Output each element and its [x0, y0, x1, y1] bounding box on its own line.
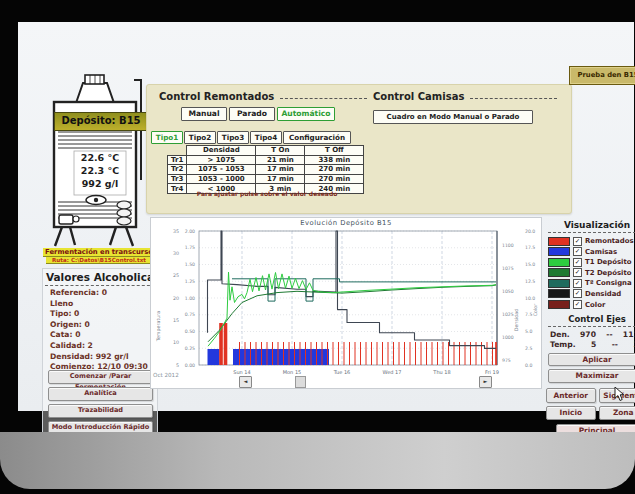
row-label: Tr3: [168, 174, 187, 184]
chart-footer-date: Oct 2012: [153, 372, 179, 378]
tab-tipo2[interactable]: Tipo2: [184, 131, 216, 144]
cell-densidad[interactable]: > 1075: [187, 155, 256, 165]
legend-label: Tª Consigna: [585, 279, 632, 287]
col-t-off: T Off: [305, 146, 364, 156]
svg-text:0.25: 0.25: [185, 346, 195, 351]
scroll-right-button[interactable]: ►: [479, 376, 492, 388]
zona-button[interactable]: Zona: [599, 406, 635, 420]
svg-text:Mon 15: Mon 15: [283, 369, 302, 375]
mode-parado-button[interactable]: Parado: [229, 107, 275, 121]
svg-text:35: 35: [173, 229, 179, 234]
cell-t-off[interactable]: 270 min: [305, 165, 364, 175]
table-row: Tr3 1053 - 1000 17 min 270 min: [168, 174, 364, 184]
mode-automatico-button[interactable]: Automático: [277, 107, 335, 121]
t2-deposito-swatch: [548, 268, 570, 277]
col-t-on: T On: [256, 146, 305, 156]
cell-densidad[interactable]: 1075 - 1053: [187, 165, 256, 175]
maximizar-button[interactable]: Maximizar: [548, 369, 635, 383]
tank-icon: [48, 50, 152, 250]
svg-text:25: 25: [173, 273, 179, 278]
cell-t-off[interactable]: 270 min: [305, 174, 364, 184]
remontados-checkbox[interactable]: ✓: [573, 237, 582, 246]
field-lleno: Lleno: [43, 299, 157, 310]
tab-tipo4[interactable]: Tipo4: [250, 131, 282, 144]
analitica-button[interactable]: Analítica: [48, 387, 153, 401]
valores-title: Valores Alcoholica: [45, 271, 155, 286]
t2-deposito-checkbox[interactable]: ✓: [573, 268, 582, 277]
tab-configuracion[interactable]: Configuración: [283, 131, 351, 144]
cell-t-on[interactable]: 17 min: [256, 174, 305, 184]
control-camisas-title: Control Camisas: [373, 91, 464, 102]
densidad-checkbox[interactable]: ✓: [573, 289, 582, 298]
control-panel: Control Remontados Control Camisas Manua…: [146, 84, 572, 214]
scroll-left-button[interactable]: ◄: [239, 376, 252, 388]
tab-tipo1[interactable]: Tipo1: [151, 131, 183, 144]
field-densidad: Densidad: 992 gr/l: [43, 352, 157, 363]
visualizacion-panel: Visualización ✓ Remontados ✓ Camisas ✓ T…: [546, 220, 635, 438]
temp-min-value[interactable]: 5: [591, 340, 596, 350]
scroll-thumb[interactable]: [295, 376, 306, 388]
comenzar-parar-button[interactable]: Comenzar /Parar Fermentación: [48, 370, 153, 384]
anterior-button[interactable]: Anterior: [546, 388, 596, 403]
tank-temp1: 22.6 °C: [70, 152, 130, 163]
svg-text:10.0: 10.0: [525, 296, 535, 301]
consigna-swatch: [548, 279, 570, 288]
color-checkbox[interactable]: ✓: [573, 300, 582, 309]
svg-text:1.00: 1.00: [185, 296, 195, 301]
svg-text:15.0: 15.0: [525, 262, 535, 267]
svg-text:15: 15: [173, 318, 179, 323]
svg-text:1.50: 1.50: [185, 262, 195, 267]
t1-deposito-swatch: [548, 258, 570, 267]
field-tipo: Tipo: 0: [43, 309, 157, 320]
tab-tipo3[interactable]: Tipo3: [217, 131, 249, 144]
svg-text:Tue 16: Tue 16: [333, 369, 351, 375]
legend-label: T2 Depósito: [585, 269, 631, 277]
den-max-value[interactable]: 1115: [623, 330, 635, 340]
mode-manual-button[interactable]: Manual: [181, 107, 227, 121]
legend-label: Densidad: [585, 290, 621, 298]
svg-text:Temperatura: Temperatura: [156, 311, 161, 343]
legend-row: ✓ T1 Depósito: [546, 257, 635, 267]
svg-text:17.5: 17.5: [525, 245, 535, 250]
divider: [470, 98, 557, 99]
den-label: Den.: [550, 330, 570, 340]
row-label: Tr1: [168, 155, 187, 165]
legend-row: ✓ Remontados: [546, 236, 635, 246]
aplicar-button[interactable]: Aplicar: [548, 353, 635, 366]
remontados-swatch: [548, 237, 570, 246]
legend-row: ✓ Color: [546, 299, 635, 309]
cell-t-on[interactable]: 21 min: [256, 155, 305, 165]
svg-text:2.5: 2.5: [525, 346, 532, 351]
consigna-checkbox[interactable]: ✓: [573, 279, 582, 288]
svg-text:0.00: 0.00: [185, 363, 195, 368]
inicio-button[interactable]: Inicio: [546, 406, 596, 420]
chart-plot: 0.000.250.500.751.001.251.501.752.005101…: [151, 218, 541, 388]
field-origen: Origen: 0: [43, 320, 157, 331]
den-min-value[interactable]: 970: [580, 330, 596, 340]
prueba-den-button[interactable]: Prueba den B15: [569, 66, 635, 85]
fermentation-status: Fermentación en transcurso: [43, 248, 155, 257]
visualizacion-title: Visualización: [548, 220, 635, 233]
cell-densidad[interactable]: 1053 - 1000: [187, 174, 256, 184]
camisas-checkbox[interactable]: ✓: [573, 247, 582, 256]
cell-t-on[interactable]: 17 min: [256, 165, 305, 175]
trazabilidad-button[interactable]: Trazabilidad: [48, 404, 153, 418]
app-screen: Depósito: B15 22.6 °C 22.3 °C 992 g/l Fe…: [18, 22, 634, 411]
legend-label: Color: [585, 301, 605, 309]
divider: [280, 98, 367, 99]
svg-text:Densidad: Densidad: [514, 309, 519, 332]
svg-text:5: 5: [176, 363, 179, 368]
tank-density: 992 g/l: [70, 178, 130, 189]
table-row: Tr2 1075 - 1053 17 min 270 min: [168, 165, 364, 175]
svg-text:1100: 1100: [502, 243, 514, 248]
svg-text:0.50: 0.50: [185, 329, 195, 334]
row-label: Tr2: [168, 165, 187, 175]
control-ejes-title: Control Ejes: [548, 314, 635, 327]
cell-t-off[interactable]: 338 min: [305, 155, 364, 165]
evolution-chart: Evolución Depósito B15 0.000.250.500.751…: [150, 217, 542, 389]
svg-text:1075: 1075: [502, 266, 514, 271]
control-remontados-title: Control Remontados: [159, 91, 274, 102]
t1-deposito-checkbox[interactable]: ✓: [573, 258, 582, 267]
svg-text:12.5: 12.5: [525, 279, 535, 284]
col-densidad: Densidad: [187, 146, 256, 156]
